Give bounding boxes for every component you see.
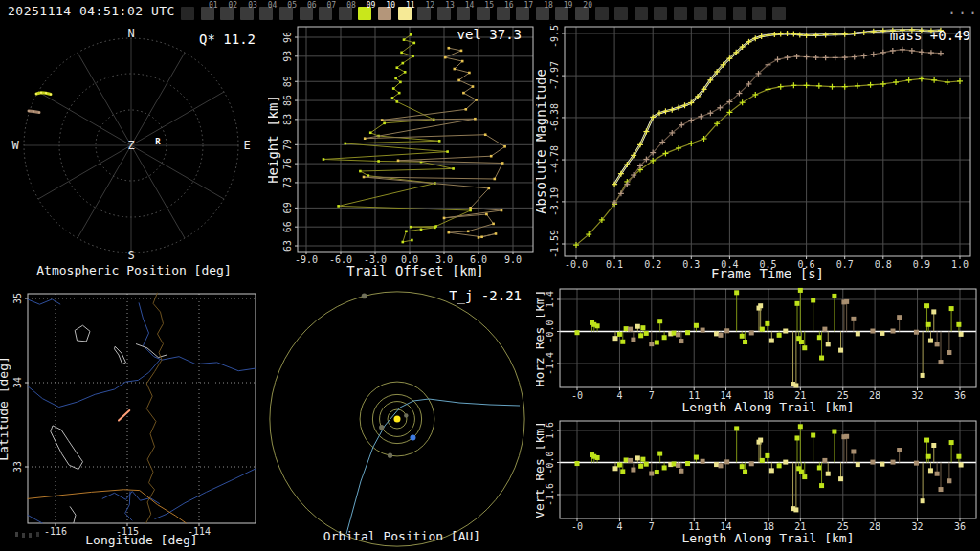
frame-number: 05 [287, 1, 297, 10]
panel-orbital-position[interactable]: T_j -2.21 Orbital Position [AU] [268, 282, 536, 551]
panel-ground-map[interactable]: -116-115-114333435Longitude [deg]Latitud… [0, 282, 268, 551]
magnitude-plot[interactable]: -0.00.10.20.30.40.50.60.70.80.91.0-1.59-… [536, 24, 980, 282]
y-axis-label: Absolute Magnitude [536, 69, 548, 214]
compass-west: W [11, 139, 19, 152]
frame-thumbnail-blank-27[interactable] [713, 7, 726, 20]
frame-thumbnail-09[interactable]: 09 [358, 7, 371, 20]
svg-text:-7.97: -7.97 [549, 61, 560, 90]
frame-thumbnail-10[interactable]: 10 [378, 7, 391, 20]
residuals-plot[interactable]: -04711141821252832361.4-0.0-1.4Length Al… [536, 282, 980, 551]
x-axis-label: Length Along Trail [km] [681, 400, 854, 414]
x-axis-label: Trail Offset [km] [346, 263, 483, 278]
overflow-ellipsis[interactable]: ... [947, 1, 979, 18]
frame-thumbnail-blank-25[interactable] [674, 7, 687, 20]
compass-north: N [127, 27, 134, 40]
svg-text:-0: -0 [571, 390, 583, 401]
frame-thumbnail-blank-21[interactable] [595, 7, 609, 20]
frame-thumbnail-19[interactable]: 19 [555, 7, 568, 20]
frame-thumbnail-blank-23[interactable] [635, 7, 648, 20]
svg-text:96: 96 [282, 32, 293, 43]
frame-thumbnail-blank-30[interactable] [772, 7, 786, 20]
svg-text:0.1: 0.1 [606, 259, 623, 270]
svg-text:66: 66 [282, 221, 293, 232]
frame-thumbnail-12[interactable]: 12 [417, 7, 431, 20]
frame-number: 01 [209, 1, 218, 10]
frame-thumbnail-03[interactable]: 03 [240, 7, 254, 20]
residual-points [575, 424, 964, 512]
svg-text:0.9: 0.9 [913, 259, 930, 270]
panel-trail-offset[interactable]: -9.0-6.0-3.00.03.06.09.06366697376798386… [268, 24, 536, 282]
frame-number: 03 [248, 1, 257, 10]
svg-text:-9.57: -9.57 [549, 24, 560, 48]
residual-points [575, 288, 964, 388]
x-axis-label: Longitude [deg] [85, 533, 197, 547]
panel-absolute-magnitude[interactable]: -0.00.10.20.30.40.50.60.70.80.91.0-1.59-… [536, 24, 980, 282]
y-axis-label: Vert Res [km] [536, 421, 546, 518]
map-features [28, 293, 256, 523]
frame-thumbnail-blank-28[interactable] [733, 7, 746, 20]
timestamp: 20251114 04:51:02 UTC [8, 4, 175, 18]
svg-text:-9.0: -9.0 [295, 254, 318, 265]
svg-text:28: 28 [869, 390, 880, 401]
watermark [15, 532, 18, 537]
svg-text:0.2: 0.2 [644, 259, 661, 270]
series-site-2 [612, 47, 944, 206]
frame-thumbnail-18[interactable]: 18 [536, 7, 549, 20]
frame-thumbnail-05[interactable]: 05 [279, 7, 293, 20]
frame-thumbnail-04[interactable]: 04 [259, 7, 273, 20]
orbital-plot[interactable] [268, 282, 536, 551]
x-axis-label: Length Along Trail [km] [681, 531, 854, 545]
frame-thumbnail-16[interactable]: 16 [497, 7, 510, 20]
frame-thumbnail-01[interactable]: 01 [201, 7, 214, 20]
frame-thumbnail-06[interactable]: 06 [300, 7, 313, 20]
ground-map-plot[interactable]: -116-115-114333435Longitude [deg]Latitud… [0, 282, 268, 551]
frame-number: 09 [367, 1, 376, 10]
svg-text:1.0: 1.0 [951, 259, 969, 270]
orbital-caption: Orbital Position [AU] [268, 529, 536, 543]
frame-number: 15 [484, 1, 494, 10]
svg-text:93: 93 [282, 51, 293, 62]
trail-offset-plot[interactable]: -9.0-6.0-3.00.03.06.09.06366697376798386… [268, 24, 536, 282]
frame-thumbnail-17[interactable]: 17 [516, 7, 529, 20]
frame-thumbnail-11[interactable]: 11 [398, 7, 412, 20]
frame-thumbnail-07[interactable]: 07 [319, 7, 332, 20]
frame-thumbnail-blank-26[interactable] [694, 7, 707, 20]
zenith-label: Z [127, 139, 134, 152]
venus-marker [379, 425, 384, 430]
panel-residuals[interactable]: -04711141821252832361.4-0.0-1.4Length Al… [536, 282, 980, 551]
svg-text:28: 28 [869, 521, 880, 532]
svg-text:7: 7 [649, 521, 655, 532]
tick-labels: -04711141821252832361.4-0.0-1.4 [545, 291, 966, 401]
atmospheric-plot[interactable]: NESWZR [0, 24, 268, 282]
panel-atmospheric-position[interactable]: NESWZR Q* 11.2 Atmospheric Position [deg… [0, 24, 268, 282]
tick-labels: -116-115-114333435 [12, 293, 211, 537]
compass-east: E [243, 139, 250, 152]
frame-thumbnail-blank-24[interactable] [654, 7, 667, 20]
frame-number: 14 [465, 1, 475, 10]
frame-thumbnail-14[interactable]: 14 [457, 7, 470, 20]
frame-thumbnail-blank-22[interactable] [614, 7, 628, 20]
tick-labels: -04711141821252832361.6-0.0-1.6 [545, 422, 966, 532]
grid [565, 27, 970, 256]
svg-text:33: 33 [12, 461, 23, 473]
meteor-ground-track [119, 410, 129, 421]
earth-marker [410, 435, 415, 441]
frame-thumbnail-08[interactable]: 08 [339, 7, 352, 20]
q-value-label: Q* 11.2 [199, 32, 256, 47]
frame-thumbnail-20[interactable]: 20 [575, 7, 589, 20]
app-window: 20251114 04:51:02 UTC 010203040506070809… [0, 0, 980, 551]
frame-number: 06 [307, 1, 317, 10]
frame-thumbnail-blank-0[interactable] [181, 7, 194, 20]
y-axis-label: Latitude [deg] [0, 356, 11, 461]
tick-labels: -0.00.10.20.30.40.50.60.70.80.91.0-1.59-… [549, 24, 969, 270]
frame-thumbnail-blank-29[interactable] [752, 7, 766, 20]
frame-thumbnail-15[interactable]: 15 [477, 7, 490, 20]
frame-thumbnail-13[interactable]: 13 [437, 7, 451, 20]
svg-text:63: 63 [282, 240, 293, 252]
frame-number: 04 [268, 1, 278, 10]
svg-text:4: 4 [616, 521, 622, 532]
frame-number: 08 [346, 1, 356, 10]
frame-number: 07 [327, 1, 337, 10]
svg-text:0.3: 0.3 [682, 259, 700, 270]
frame-thumbnail-02[interactable]: 02 [220, 7, 234, 20]
